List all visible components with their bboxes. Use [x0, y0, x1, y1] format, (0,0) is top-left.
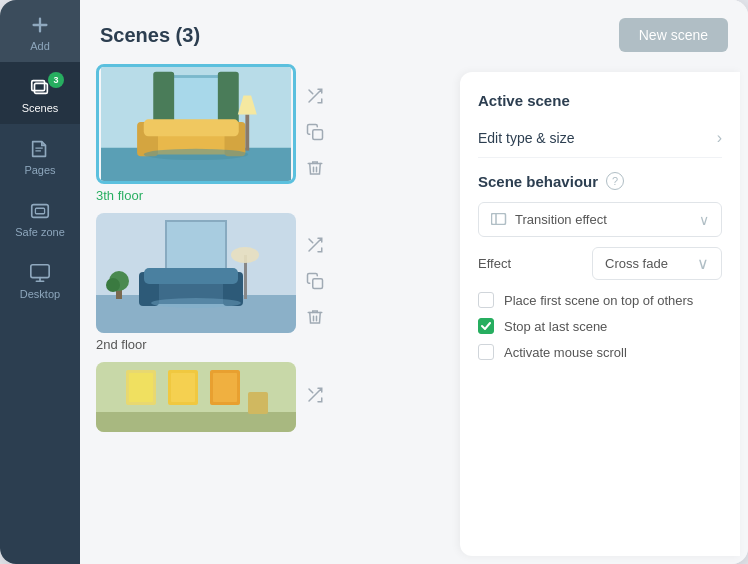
sidebar: Add 3 Scenes Pages	[0, 0, 80, 564]
scenes-badge: 3	[48, 72, 64, 88]
main-content: Scenes (3) New scene	[80, 0, 748, 564]
table-row: 2nd floor	[96, 213, 450, 352]
sidebar-item-safezone-label: Safe zone	[15, 226, 65, 238]
table-row: 3th floor	[96, 64, 450, 203]
pages-icon	[29, 138, 51, 160]
content-area: 3th floor	[80, 64, 748, 564]
page-title: Scenes (3)	[100, 24, 200, 47]
svg-point-33	[106, 278, 120, 292]
svg-rect-37	[96, 412, 296, 432]
edit-type-size-label: Edit type & size	[478, 130, 575, 146]
plus-icon	[29, 14, 51, 36]
sidebar-item-pages-label: Pages	[24, 164, 55, 176]
copy-button-2[interactable]	[304, 270, 326, 296]
new-scene-button[interactable]: New scene	[619, 18, 728, 52]
svg-rect-4	[32, 205, 49, 218]
scene-thumbnail-2[interactable]	[96, 213, 296, 333]
shuffle-button-1[interactable]	[304, 85, 326, 111]
shuffle-button-2[interactable]	[304, 234, 326, 260]
svg-point-19	[144, 149, 249, 160]
effect-label: Effect	[478, 256, 511, 271]
checkbox-place-first[interactable]	[478, 292, 494, 308]
checkbox-stop-last-label: Stop at last scene	[504, 319, 607, 334]
sidebar-item-pages[interactable]: Pages	[0, 124, 80, 186]
svg-rect-44	[248, 392, 268, 414]
table-row	[96, 362, 450, 432]
edit-type-size-row[interactable]: Edit type & size ›	[478, 119, 722, 158]
svg-rect-43	[213, 373, 237, 402]
checkbox-stop-last[interactable]	[478, 318, 494, 334]
scene-name-1: 3th floor	[96, 188, 296, 203]
transition-icon	[491, 211, 507, 228]
scene-actions-1	[304, 81, 326, 187]
checkbox-row-mouse-scroll[interactable]: Activate mouse scroll	[478, 344, 722, 360]
active-scene-title: Active scene	[478, 92, 722, 109]
sidebar-item-desktop[interactable]: Desktop	[0, 248, 80, 310]
scene-behaviour-title: Scene behaviour	[478, 173, 598, 190]
svg-rect-17	[245, 115, 249, 151]
section-divider: Scene behaviour ?	[478, 172, 722, 190]
effect-value-dropdown[interactable]: Cross fade ∨	[592, 247, 722, 280]
scene-thumbnail-1[interactable]	[96, 64, 296, 184]
svg-rect-6	[31, 265, 49, 278]
svg-rect-20	[313, 129, 323, 139]
svg-rect-45	[492, 214, 506, 225]
scene-block-2: 2nd floor	[96, 213, 296, 352]
delete-button-1[interactable]	[304, 157, 326, 183]
sidebar-item-scenes[interactable]: 3 Scenes	[0, 62, 80, 124]
chevron-down-icon: ∨	[699, 212, 709, 228]
scene-actions-2	[304, 230, 326, 336]
top-bar: Scenes (3) New scene	[80, 0, 748, 64]
svg-rect-39	[129, 373, 153, 402]
safezone-icon	[29, 200, 51, 222]
scenes-list: 3th floor	[80, 64, 460, 564]
effect-chevron-down-icon: ∨	[697, 254, 709, 273]
svg-rect-0	[32, 81, 45, 91]
svg-rect-1	[35, 83, 48, 93]
checkbox-place-first-label: Place first scene on top of others	[504, 293, 693, 308]
checkbox-mouse-scroll-label: Activate mouse scroll	[504, 345, 627, 360]
svg-rect-41	[171, 373, 195, 402]
right-panel: Active scene Edit type & size › Scene be…	[460, 72, 740, 556]
checkbox-mouse-scroll[interactable]	[478, 344, 494, 360]
sidebar-item-add-label: Add	[30, 40, 50, 52]
svg-point-30	[231, 247, 259, 263]
desktop-icon	[29, 262, 51, 284]
scene-block-3	[96, 362, 296, 432]
checkbox-row-place-first[interactable]: Place first scene on top of others	[478, 292, 722, 308]
scene-thumbnail-3[interactable]	[96, 362, 296, 432]
scene-actions-3	[304, 380, 326, 414]
help-icon[interactable]: ?	[606, 172, 624, 190]
effect-row: Effect Cross fade ∨	[478, 247, 722, 280]
transition-effect-dropdown[interactable]: Transition effect ∨	[478, 202, 722, 237]
svg-rect-16	[144, 119, 239, 136]
transition-effect-label: Transition effect	[515, 212, 699, 227]
effect-value: Cross fade	[605, 256, 689, 271]
sidebar-item-desktop-label: Desktop	[20, 288, 60, 300]
sidebar-item-add[interactable]: Add	[0, 0, 80, 62]
chevron-right-icon: ›	[717, 129, 722, 147]
behaviour-header: Scene behaviour ?	[478, 172, 722, 190]
svg-rect-35	[313, 278, 323, 288]
svg-rect-5	[35, 208, 44, 214]
scene-block-1: 3th floor	[96, 64, 296, 203]
checkbox-row-stop-last[interactable]: Stop at last scene	[478, 318, 722, 334]
svg-point-34	[151, 298, 241, 308]
delete-button-2[interactable]	[304, 306, 326, 332]
svg-rect-23	[166, 221, 226, 271]
copy-button-1[interactable]	[304, 121, 326, 147]
svg-rect-28	[144, 268, 238, 284]
sidebar-item-scenes-label: Scenes	[22, 102, 59, 114]
scene-name-2: 2nd floor	[96, 337, 296, 352]
sidebar-item-safezone[interactable]: Safe zone	[0, 186, 80, 248]
shuffle-button-3[interactable]	[304, 384, 326, 410]
